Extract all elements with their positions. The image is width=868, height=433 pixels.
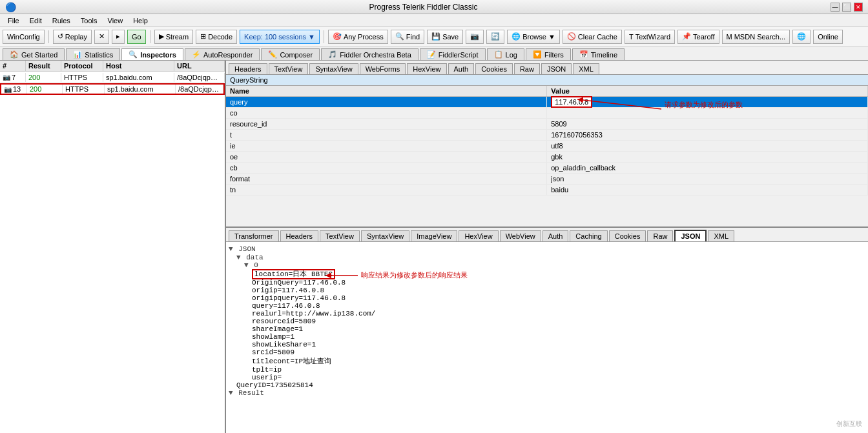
inspector-tab-webforms[interactable]: WebForms (360, 63, 406, 74)
menu-tools[interactable]: Tools (76, 15, 103, 26)
save-button[interactable]: 💾 Save (427, 30, 463, 44)
arrow-button[interactable]: ▸ (112, 30, 125, 44)
col-result[interactable]: Result (26, 61, 61, 71)
bottom-tab-json[interactable]: JSON (674, 230, 707, 241)
globe-button[interactable]: 🌐 (792, 30, 811, 44)
menu-help[interactable]: Help (128, 15, 153, 26)
tab-fiddlerscript[interactable]: 📝 FiddlerScript (420, 48, 486, 60)
col-host[interactable]: Host (103, 61, 174, 71)
bottom-tab-raw[interactable]: Raw (647, 230, 673, 241)
tab-filters[interactable]: 🔽 Filters (526, 48, 571, 60)
qs-row-tn[interactable]: tn baidu (226, 185, 868, 196)
bottom-tab-transformer[interactable]: Transformer (229, 230, 279, 241)
menu-edit[interactable]: Edit (25, 15, 47, 26)
maximize-button[interactable]: ⬜ (842, 3, 851, 12)
go-button[interactable]: Go (127, 30, 146, 44)
bottom-tab-xml[interactable]: XML (708, 230, 734, 241)
inspector-tab-textview[interactable]: TextView (269, 63, 309, 74)
bottom-tab-cookies[interactable]: Cookies (609, 230, 646, 241)
tab-composer[interactable]: ✏️ Composer (261, 48, 320, 60)
clear-cache-button[interactable]: 🚫 Clear Cache (563, 30, 622, 44)
find-button[interactable]: 🔍 Find (391, 30, 424, 44)
query-node: query=117.46.0.8 (229, 302, 865, 310)
menu-rules[interactable]: Rules (47, 15, 76, 26)
qs-value (547, 108, 868, 119)
bottom-tab-imageview[interactable]: ImageView (411, 230, 457, 241)
qs-row-t[interactable]: t 1671607056353 (226, 130, 868, 141)
inspector-tab-auth[interactable]: Auth (448, 63, 475, 74)
keep-button[interactable]: Keep: 100 sessions ▼ (240, 30, 320, 44)
qs-name: ie (226, 141, 547, 152)
col-url[interactable]: URL (174, 61, 225, 71)
inspector-tab-raw[interactable]: Raw (514, 63, 540, 74)
qs-name: oe (226, 152, 547, 163)
session-icon: 📷 (4, 86, 12, 93)
bottom-tab-textview[interactable]: TextView (320, 230, 360, 241)
qs-row-format[interactable]: format json (226, 174, 868, 185)
winconfig-button[interactable]: WinConfig (3, 30, 45, 44)
browse-icon: 🌐 (512, 32, 521, 41)
inspector-tab-json[interactable]: JSON (541, 63, 572, 74)
qs-row-ie[interactable]: ie utf8 (226, 141, 868, 152)
online-button[interactable]: Online (813, 30, 843, 44)
querystring-table: Name Value query 117.46.0.8 co (226, 86, 868, 227)
tab-fiddler-orchestra[interactable]: 🎵 Fiddler Orchestra Beta (321, 48, 418, 60)
0-expand[interactable]: ▼ (244, 261, 249, 269)
stream-button[interactable]: ▶ Stream (154, 30, 193, 44)
qs-row-resource_id[interactable]: resource_id 5809 (226, 119, 868, 130)
any-process-button[interactable]: 🎯 Any Process (328, 30, 388, 44)
col-hash[interactable]: # (0, 61, 26, 71)
qs-value: utf8 (547, 141, 868, 152)
qs-row-co[interactable]: co (226, 108, 868, 119)
msdn-button[interactable]: M MSDN Search... (722, 30, 790, 44)
menu-view[interactable]: View (103, 15, 129, 26)
inspector-tab-xml[interactable]: XML (573, 63, 599, 74)
screenshot-button[interactable]: 📷 (466, 30, 484, 44)
bottom-tab-headers[interactable]: Headers (280, 230, 319, 241)
col-protocol[interactable]: Protocol (61, 61, 103, 71)
data-expand[interactable]: ▼ (236, 254, 241, 261)
inspector-tab-headers[interactable]: Headers (229, 63, 267, 74)
inspector-tab-syntaxview[interactable]: SyntaxView (309, 63, 358, 74)
replay-button[interactable]: ↺ Replay (53, 30, 92, 44)
qs-value: 117.46.0.8 (547, 97, 868, 108)
session-row-7[interactable]: 📷 7 200 HTTPS sp1.baidu.com /8aQDcjqpAAV… (0, 72, 225, 83)
json-root-expand[interactable]: ▼ (229, 245, 233, 253)
result-expand[interactable]: ▼ (229, 389, 233, 397)
qs-row-oe[interactable]: oe gbk (226, 152, 868, 163)
tab-statistics[interactable]: 📊 Statistics (66, 48, 120, 60)
session-row-13[interactable]: 📷 13 200 HTTPS sp1.baidu.com /8aQDcjqpAA… (0, 83, 225, 95)
qs-row-query[interactable]: query 117.46.0.8 (226, 97, 868, 108)
refresh-button[interactable]: 🔄 (486, 30, 504, 44)
toolbar: WinConfig ↺ Replay ✕ ▸ Go ▶ Stream ⊞ Dec… (0, 27, 868, 46)
origipquery-node: origipquery=117.46.0.8 (229, 294, 865, 302)
textwizard-button[interactable]: T TextWizard (625, 30, 675, 44)
originquery-node: OriginQuery=117.46.0.8 (229, 279, 865, 287)
tab-autoresponder[interactable]: ⚡ AutoResponder (185, 48, 260, 60)
session-url: /8aQDcjqpAAV3o (176, 85, 223, 94)
tab-inspectors[interactable]: 🔍 Inspectors (121, 48, 183, 60)
tab-log[interactable]: 📋 Log (487, 48, 524, 60)
close-button[interactable]: ✕ (854, 3, 863, 12)
inspector-tab-hexview[interactable]: HexView (407, 63, 446, 74)
qs-row-cb[interactable]: cb op_aladdin_callback (226, 163, 868, 174)
browse-button[interactable]: 🌐 Browse ▼ (507, 30, 560, 44)
bottom-tab-webview[interactable]: WebView (500, 230, 541, 241)
tplt-node: tplt=ip (229, 366, 865, 374)
tearoff-button[interactable]: 📌 Tearoff (677, 30, 719, 44)
bottom-tab-caching[interactable]: Caching (570, 230, 607, 241)
menu-file[interactable]: File (3, 15, 25, 26)
bottom-tab-auth[interactable]: Auth (542, 230, 569, 241)
inspector-tab-cookies[interactable]: Cookies (475, 63, 513, 74)
tab-timeline[interactable]: 📅 Timeline (572, 48, 625, 60)
bottom-tab-hexview[interactable]: HexView (459, 230, 498, 241)
top-tabs: 🏠 Get Started 📊 Statistics 🔍 Inspectors … (0, 46, 868, 61)
col-name: Name (226, 86, 547, 97)
x-button[interactable]: ✕ (94, 30, 109, 44)
tab-get-started[interactable]: 🏠 Get Started (3, 48, 65, 60)
textwizard-icon: T (629, 33, 634, 41)
minimize-button[interactable]: — (831, 3, 840, 12)
qs-value: json (547, 174, 868, 185)
decode-button[interactable]: ⊞ Decode (196, 30, 237, 44)
bottom-tab-syntaxview[interactable]: SyntaxView (361, 230, 409, 241)
